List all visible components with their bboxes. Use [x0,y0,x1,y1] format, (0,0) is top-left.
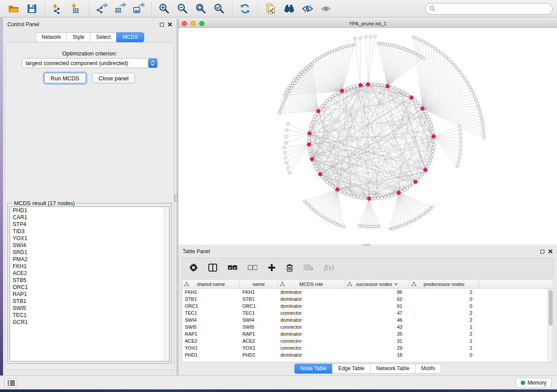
table-row[interactable]: SWI4SWI4dominator462 [182,316,553,323]
tab-style[interactable]: Style [66,32,90,42]
float-panel-icon[interactable] [160,23,164,27]
table-cell: RAP1 [240,331,278,337]
network-graph-canvas[interactable] [178,28,557,244]
refresh-layout-icon[interactable] [238,2,253,15]
criterion-select[interactable]: largest connected component (undirected) [22,58,158,68]
mcds-result-item[interactable]: CAR1 [10,214,169,221]
column-header-name[interactable]: name [240,280,278,288]
tab-edge-table[interactable]: Edge Table [332,364,370,374]
zoom-out-icon[interactable] [175,2,190,15]
search-box[interactable] [425,3,553,14]
zoom-selected-icon[interactable] [212,2,227,15]
tab-motifs[interactable]: Motifs [415,364,441,374]
table-row[interactable]: STB1STB1dominator620 [182,296,553,303]
column-header-shared-name[interactable]: shared name [182,280,240,288]
column-header-label: successor nodes [356,282,392,287]
mcds-result-item[interactable]: RAP1 [10,291,169,298]
memory-button[interactable]: Memory [515,378,552,388]
tab-network[interactable]: Network [35,32,66,42]
table-cell: dominator [278,303,345,309]
mcds-result-item[interactable]: FKH1 [10,263,169,270]
table-cell: 2 [409,289,479,295]
close-table-panel-icon[interactable] [548,249,553,254]
import-network-icon[interactable] [50,2,65,15]
clone-network-icon[interactable] [263,2,278,15]
mcds-result-item[interactable]: TEC1 [10,312,169,319]
table-cell: 0 [409,296,479,302]
tab-network-table[interactable]: Network Table [370,364,415,374]
table-row[interactable]: ACE2ACE2connector311 [182,337,553,344]
table-row[interactable]: ORC1ORC1dominator610 [182,303,553,309]
run-mcds-button[interactable]: Run MCDS [44,73,86,83]
function-builder-fx-icon: f(x) [324,263,339,272]
import-table-icon[interactable] [69,2,83,15]
node-table-body: FKH1FKH1dominator962STB1STB1dominator620… [182,289,553,358]
toolbar-separator [151,2,152,15]
table-row[interactable]: FKH1FKH1dominator962 [182,289,553,296]
select-all-checkbox-icon[interactable] [228,265,237,270]
node-table-header: shared namenameMCDS rolesuccessor nodesp… [182,280,553,289]
mcds-result-item[interactable]: ACE2 [10,270,169,277]
node-table-scrollbar[interactable] [547,289,553,362]
mcds-result-item[interactable]: SRD1 [10,249,169,256]
table-row[interactable]: TEC1TEC1connector472 [182,309,553,316]
export-table-icon[interactable] [113,2,128,15]
mcds-result-item[interactable]: SWI5 [10,305,169,312]
mcds-result-item[interactable]: STB1 [10,298,169,305]
table-cell: FKH1 [240,289,278,295]
close-panel-icon[interactable] [168,22,172,27]
tab-select[interactable]: Select [90,32,116,42]
export-network-icon[interactable] [94,2,109,15]
network-window-titlebar[interactable]: YPA_prune.txt_1 [178,19,557,28]
status-bar: Memory [0,375,557,389]
table-row[interactable]: SWI5SWI5connector431 [182,323,553,330]
mcds-result-item[interactable]: STB5 [10,277,169,284]
mcds-result-item[interactable]: SWI4 [10,242,169,249]
delete-column-trash-icon[interactable] [286,264,293,272]
column-header-predecessor-nodes[interactable]: predecessor nodes [409,280,479,288]
mcds-result-item[interactable]: PMA2 [10,256,169,263]
zoom-fit-icon[interactable] [194,2,208,15]
open-file-icon[interactable] [6,2,21,15]
table-row[interactable]: PHD1PHD1dominator180 [182,351,553,358]
hierarchy-icon [280,282,285,286]
node-table[interactable]: shared namenameMCDS rolesuccessor nodesp… [182,279,554,362]
tab-node-table[interactable]: Node Table [294,364,332,374]
mcds-result-item[interactable]: PHD1 [10,207,169,214]
mcds-result-item[interactable]: STP4 [10,221,169,228]
mcds-result-item[interactable]: YOX1 [10,235,169,242]
mcds-result-item[interactable]: TID3 [10,228,169,235]
column-header-filler [479,280,553,288]
split-columns-icon[interactable] [208,264,217,272]
save-session-icon[interactable] [24,2,39,15]
table-cell: 0 [409,303,479,309]
export-image-icon[interactable] [131,2,146,15]
table-cell: ACE2 [240,338,278,344]
search-input[interactable] [438,6,548,12]
node-table-scroll-thumb[interactable] [549,290,553,326]
column-header-MCDS-role[interactable]: MCDS role [278,280,345,288]
zoom-in-icon[interactable] [157,2,172,15]
mcds-result-item[interactable]: ORC1 [10,284,169,291]
table-cell: ACE2 [182,338,240,344]
control-panel: Control Panel NetworkStyleSelectMCDS Opt… [3,19,176,375]
memory-button-label: Memory [528,380,547,386]
mcds-result-item[interactable]: GCR1 [10,319,169,326]
hide-eye-icon[interactable] [300,2,315,15]
table-row[interactable]: RAP1RAP1dominator352 [182,330,553,337]
table-row[interactable]: YOX1YOX1connector291 [182,344,553,351]
panel-menu-button[interactable] [4,378,17,388]
show-eye-icon[interactable] [318,2,333,15]
mcds-result-list[interactable]: PHD1CAR1STP4TID3YOX1SWI4SRD1PMA2FKH1ACE2… [10,206,170,361]
table-cell: YOX1 [240,345,278,351]
vertical-splitter-handle[interactable] [174,195,178,202]
tab-mcds[interactable]: MCDS [116,32,144,42]
column-header-successor-nodes[interactable]: successor nodes [345,280,409,288]
close-panel-button[interactable]: Close panel [92,73,135,83]
add-column-plus-icon[interactable] [268,264,276,272]
clear-selection-checkbox-icon[interactable] [248,265,257,270]
mcds-list-scrollbar[interactable] [164,207,169,361]
find-binoculars-icon[interactable] [282,2,297,15]
float-table-panel-icon[interactable] [540,250,544,254]
settings-gear-icon[interactable] [189,263,198,272]
